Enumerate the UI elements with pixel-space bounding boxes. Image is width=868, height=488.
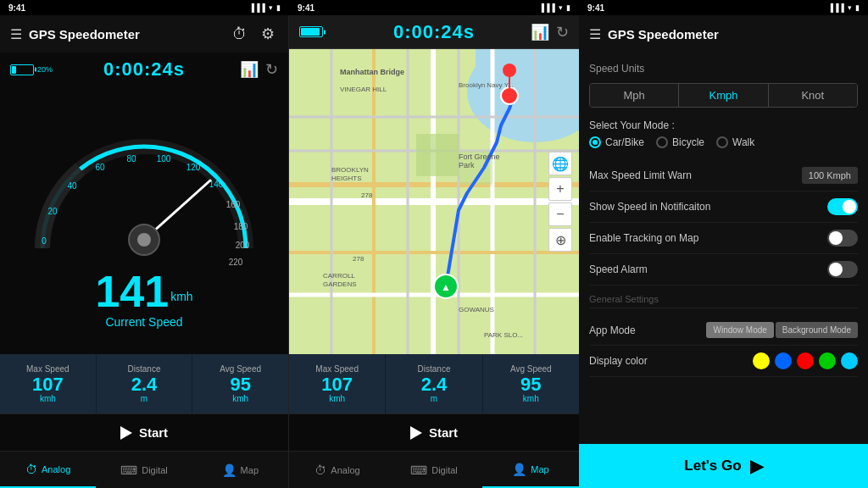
timer-display-2: 0:00:24s <box>393 21 475 43</box>
mode-walk-label: Walk <box>732 136 754 148</box>
nav-digital-1[interactable]: ⌨ Digital <box>96 452 192 488</box>
mode-carbike-label: Car/Bike <box>605 136 644 148</box>
max-speed-row: Max Speed Limit Warn 100 Kmph <box>589 160 858 191</box>
nav-digital-2[interactable]: ⌨ Digital <box>386 452 482 488</box>
map-area[interactable]: ▲ Manhattan Bridge VINEGAR HILL Brooklyn… <box>289 49 579 354</box>
color-dot-red[interactable] <box>797 352 814 369</box>
display-color-row: Display color <box>589 346 858 377</box>
unit-knot[interactable]: Knot <box>769 84 857 107</box>
battery-icon-status: ▮ <box>276 3 281 12</box>
svg-text:PARK SLO...: PARK SLO... <box>484 331 523 339</box>
mode-bicycle[interactable]: Bicycle <box>656 136 704 148</box>
svg-text:VINEGAR HILL: VINEGAR HILL <box>340 86 387 93</box>
unit-kmph[interactable]: Kmph <box>679 84 768 107</box>
app-mode-group: Window Mode Background Mode <box>706 322 858 338</box>
svg-text:160: 160 <box>226 200 241 209</box>
tracking-toggle[interactable] <box>827 230 858 247</box>
zoom-out-btn[interactable]: − <box>548 202 572 226</box>
gauge-svg: 0 20 40 60 80 100 120 140 160 <box>25 113 263 265</box>
speedometer-area: 0 20 40 60 80 100 120 140 160 <box>0 86 288 354</box>
max-speed-value[interactable]: 100 Kmph <box>802 167 858 184</box>
digital-icon-2: ⌨ <box>410 463 427 477</box>
panel-settings: 9:41 ▐▐▐ ▾ ▮ ☰ GPS Speedometer Speed Uni… <box>579 0 868 488</box>
panel1-title: GPS Speedometer <box>29 27 222 42</box>
bottom-nav-2: ⏱ Analog ⌨ Digital 👤 Map <box>289 451 579 488</box>
start-button-1[interactable]: Start <box>0 413 288 451</box>
general-section-title: General Settings <box>589 294 858 308</box>
history-icon-1[interactable]: ⏱ <box>229 24 251 45</box>
tracking-row: Enable Tracking on Map <box>589 223 858 254</box>
status-bar-3: 9:41 ▐▐▐ ▾ ▮ <box>579 0 868 15</box>
lets-go-button[interactable]: Let's Go ▶ <box>579 444 868 488</box>
stat-max-speed-2: Max Speed 107 kmh <box>289 354 386 413</box>
alarm-toggle[interactable] <box>827 261 858 278</box>
radio-inner-carbike <box>593 140 598 145</box>
refresh-icon-1[interactable]: ↻ <box>265 60 278 79</box>
stats-icon-1[interactable]: 📊 <box>240 60 259 79</box>
toggle-knob-show-speed <box>843 200 856 214</box>
timer-icons-1: 📊 ↻ <box>240 60 278 79</box>
nav-analog-label-1: Analog <box>42 464 70 474</box>
hamburger-icon-1[interactable]: ☰ <box>10 26 22 42</box>
start-button-2[interactable]: Start <box>289 413 579 451</box>
speed-unit-1: kmh <box>170 290 192 303</box>
compass-btn[interactable]: ⊕ <box>548 228 572 252</box>
stat-val-max-1: 107 <box>32 375 64 394</box>
color-dot-cyan[interactable] <box>841 352 858 369</box>
battery-indicator-2 <box>299 26 323 37</box>
svg-rect-32 <box>416 134 459 176</box>
map-controls: 🌐 + − ⊕ <box>548 152 572 252</box>
mode-bicycle-label: Bicycle <box>672 136 704 148</box>
signal-icon-3: ▐▐▐ <box>828 3 844 12</box>
stat-distance-2: Distance 2.4 m <box>386 354 482 413</box>
nav-map-label-2: Map <box>531 464 548 474</box>
zoom-in-btn[interactable]: + <box>548 177 572 201</box>
signal-icon: ▐▐▐ <box>249 3 265 12</box>
max-speed-label: Max Speed Limit Warn <box>589 169 692 181</box>
globe-btn[interactable]: 🌐 <box>548 152 572 175</box>
unit-mph[interactable]: Mph <box>590 84 679 107</box>
color-dot-green[interactable] <box>819 352 836 369</box>
color-dot-blue[interactable] <box>775 352 792 369</box>
battery-icon-3: ▮ <box>855 3 860 12</box>
settings-icon-1[interactable]: ⚙ <box>258 23 278 45</box>
app-mode-row: App Mode Window Mode Background Mode <box>589 315 858 346</box>
stat-unit-dist-1: m <box>141 394 147 403</box>
svg-text:80: 80 <box>126 154 136 164</box>
stat-avg-speed-1: Avg Speed 95 kmh <box>192 354 288 413</box>
show-speed-toggle[interactable] <box>827 198 858 215</box>
panel1-header: ☰ GPS Speedometer ⏱ ⚙ <box>0 15 288 53</box>
nav-map-1[interactable]: 👤 Map <box>192 452 288 488</box>
stat-distance-1: Distance 2.4 m <box>97 354 193 413</box>
svg-point-14 <box>137 233 151 247</box>
general-section: General Settings App Mode Window Mode Ba… <box>589 294 858 377</box>
svg-text:Fort Greene: Fort Greene <box>459 152 500 161</box>
battery-box-2 <box>299 26 323 37</box>
map-icon-1: 👤 <box>222 463 236 477</box>
hamburger-icon-3[interactable]: ☰ <box>589 26 601 42</box>
nav-analog-1[interactable]: ⏱ Analog <box>0 452 96 488</box>
background-mode-btn[interactable]: Background Mode <box>776 322 858 338</box>
stat-val-avg-2: 95 <box>520 375 541 394</box>
stat-avg-speed-2: Avg Speed 95 kmh <box>483 354 579 413</box>
color-dot-yellow[interactable] <box>753 352 770 369</box>
radio-carbike <box>589 136 601 148</box>
mode-walk[interactable]: Walk <box>716 136 754 148</box>
status-time-1: 9:41 <box>8 3 25 13</box>
settings-title: GPS Speedometer <box>608 27 719 42</box>
mode-carbike[interactable]: Car/Bike <box>589 136 644 148</box>
svg-text:BROOKLYN: BROOKLYN <box>331 166 369 174</box>
stats-icon-2[interactable]: 📊 <box>531 23 549 42</box>
svg-text:HEIGHTS: HEIGHTS <box>331 175 362 182</box>
nav-analog-2[interactable]: ⏱ Analog <box>289 452 386 488</box>
svg-text:0: 0 <box>42 236 47 246</box>
stat-unit-avg-1: kmh <box>232 394 248 403</box>
stats-bar-1: Max Speed 107 kmh Distance 2.4 m Avg Spe… <box>0 354 288 413</box>
nav-map-2[interactable]: 👤 Map <box>482 452 579 488</box>
radio-bicycle <box>656 136 668 148</box>
stat-label-dist-1: Distance <box>128 364 161 374</box>
window-mode-btn[interactable]: Window Mode <box>706 322 773 338</box>
radio-walk <box>716 136 728 148</box>
refresh-icon-2[interactable]: ↻ <box>556 23 569 42</box>
battery-fill-1 <box>12 66 16 74</box>
